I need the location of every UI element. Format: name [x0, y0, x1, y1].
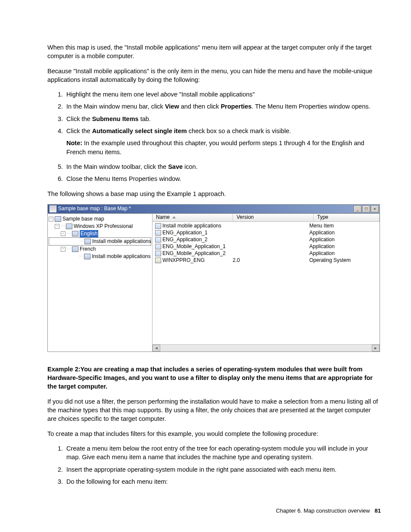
list-item: Create a menu item below the root entry … [65, 444, 381, 462]
app-icon [155, 244, 161, 249]
column-header-version[interactable]: Version [233, 214, 314, 221]
page-footer: Chapter 6. Map construction overview 81 [0, 507, 381, 515]
titlebar: Sample base map : Base Map * _ □ × [48, 205, 380, 214]
collapse-icon[interactable]: - [61, 231, 65, 236]
column-header-name[interactable]: Name [153, 214, 233, 221]
tree-node-selected[interactable]: - ⋯ English [49, 230, 151, 237]
collapse-icon[interactable]: - [55, 224, 59, 229]
menu-icon [84, 239, 91, 244]
ordered-list: Highlight the menu item one level above … [47, 90, 381, 183]
paragraph: When this map is used, the "Install mobi… [47, 43, 381, 61]
paragraph: The following shows a base map using the… [47, 190, 381, 198]
column-header-type[interactable]: Type [314, 214, 380, 221]
table-row[interactable]: ENG_Application_2Application [153, 236, 380, 243]
table-row[interactable]: ENG_Mobile_Application_1Application [153, 243, 380, 250]
list-item: Insert the appropriate operating-system … [65, 465, 381, 474]
minimize-button[interactable]: _ [354, 205, 361, 212]
os-icon [155, 258, 161, 263]
table-row[interactable]: ENG_Application_1Application [153, 230, 380, 236]
collapse-icon[interactable]: - [49, 217, 53, 221]
table-row[interactable]: WINXPPRO_ENG2.0Operating System [153, 257, 380, 264]
paragraph: If you did not use a filter, the person … [47, 397, 381, 423]
list-item: Click the Submenu Items tab. [65, 115, 381, 123]
list-item: In the Main window toolbar, click the Sa… [65, 162, 381, 171]
list-item: Close the Menu Items Properties window. [65, 174, 381, 183]
collapse-icon[interactable]: - [61, 247, 65, 252]
app-icon [155, 251, 161, 256]
tree-node[interactable]: - ⋯ French [49, 246, 151, 253]
example-heading: Example 2:You are creating a map that in… [47, 365, 381, 391]
menu-icon [72, 231, 78, 236]
window-icon [50, 205, 56, 212]
note: Note: In the example used throughout thi… [66, 139, 381, 156]
scroll-right-icon[interactable]: ► [372, 345, 380, 352]
paragraph: To create a map that includes filters fo… [47, 429, 381, 438]
menu-icon [84, 254, 90, 259]
window-title: Sample base map : Base Map * [58, 205, 354, 212]
app-icon [155, 237, 161, 243]
close-button[interactable]: × [371, 205, 379, 212]
window-screenshot: Sample base map : Base Map * _ □ × - Sam… [47, 204, 380, 352]
tree-node[interactable]: ⋯ Install mobile applications [49, 237, 151, 246]
app-icon [155, 230, 161, 236]
list-item: Highlight the menu item one level above … [65, 90, 381, 99]
table-row[interactable]: Install mobile applicationsMenu Item [153, 223, 380, 230]
horizontal-scrollbar[interactable]: ◄ ► [153, 344, 380, 352]
menu-icon [72, 246, 78, 252]
maximize-button[interactable]: □ [362, 205, 370, 212]
list-pane: Name Version Type Install mobile applica… [153, 214, 380, 352]
tree-node[interactable]: ⋯ Install mobile applications [49, 253, 151, 260]
table-row[interactable]: ENG_Mobile_Application_2Application [153, 250, 380, 257]
tree-node[interactable]: - Sample base map [49, 215, 151, 223]
map-icon [55, 216, 61, 222]
app-icon [155, 223, 161, 229]
list-item: In the Main window menu bar, click View … [65, 102, 381, 111]
sort-asc-icon [172, 216, 176, 218]
paragraph: Because "Install mobile applications" is… [47, 67, 381, 84]
os-icon [66, 224, 72, 229]
tree-node[interactable]: - ⋯ Windows XP Professional [49, 223, 151, 230]
scroll-left-icon[interactable]: ◄ [153, 345, 160, 352]
list-item: Click the Automatically select single it… [65, 127, 381, 156]
tree-pane: - Sample base map - ⋯ Windows XP Profess… [48, 214, 153, 352]
list-item: Do the following for each menu item: [65, 477, 381, 486]
ordered-list: Create a menu item below the root entry … [47, 444, 381, 486]
